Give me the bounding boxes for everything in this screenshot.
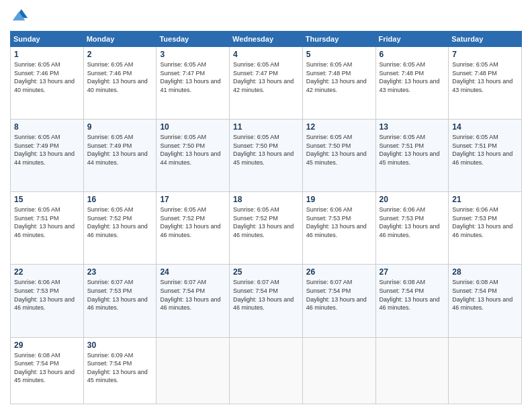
logo [10, 7, 32, 26]
calendar-cell: 18 Sunrise: 6:05 AM Sunset: 7:52 PM Dayl… [230, 192, 303, 265]
day-info: Sunrise: 6:05 AM Sunset: 7:48 PM Dayligh… [380, 60, 445, 94]
calendar-week-2: 8 Sunrise: 6:05 AM Sunset: 7:49 PM Dayli… [11, 120, 522, 192]
calendar-cell [375, 337, 449, 404]
day-info: Sunrise: 6:07 AM Sunset: 7:54 PM Dayligh… [306, 278, 372, 312]
day-info: Sunrise: 6:06 AM Sunset: 7:53 PM Dayligh… [380, 205, 445, 239]
day-number: 18 [233, 195, 299, 204]
day-number: 1 [14, 50, 80, 59]
day-number: 22 [14, 267, 80, 277]
day-info: Sunrise: 6:05 AM Sunset: 7:51 PM Dayligh… [14, 205, 80, 239]
calendar-cell: 20 Sunrise: 6:06 AM Sunset: 7:53 PM Dayl… [375, 192, 449, 265]
calendar-cell: 4 Sunrise: 6:05 AM Sunset: 7:47 PM Dayli… [230, 47, 303, 120]
day-number: 7 [452, 50, 518, 59]
day-info: Sunrise: 6:07 AM Sunset: 7:53 PM Dayligh… [87, 278, 153, 312]
day-number: 26 [306, 267, 372, 277]
day-info: Sunrise: 6:05 AM Sunset: 7:50 PM Dayligh… [160, 133, 226, 167]
col-header-friday: Friday [375, 32, 449, 47]
calendar-cell: 2 Sunrise: 6:05 AM Sunset: 7:46 PM Dayli… [83, 47, 157, 120]
calendar-cell: 25 Sunrise: 6:07 AM Sunset: 7:54 PM Dayl… [230, 265, 303, 337]
calendar-cell: 24 Sunrise: 6:07 AM Sunset: 7:54 PM Dayl… [157, 265, 230, 337]
day-info: Sunrise: 6:05 AM Sunset: 7:51 PM Dayligh… [452, 133, 518, 167]
calendar-week-4: 22 Sunrise: 6:06 AM Sunset: 7:53 PM Dayl… [11, 265, 522, 337]
page: SundayMondayTuesdayWednesdayThursdayFrid… [0, 0, 532, 411]
calendar-cell [230, 337, 303, 404]
calendar-cell [157, 337, 230, 404]
day-info: Sunrise: 6:05 AM Sunset: 7:51 PM Dayligh… [380, 133, 445, 167]
calendar-cell: 26 Sunrise: 6:07 AM Sunset: 7:54 PM Dayl… [302, 265, 375, 337]
calendar-cell [449, 337, 522, 404]
col-header-sunday: Sunday [11, 32, 84, 47]
calendar-cell: 5 Sunrise: 6:05 AM Sunset: 7:48 PM Dayli… [302, 47, 375, 120]
calendar-week-3: 15 Sunrise: 6:05 AM Sunset: 7:51 PM Dayl… [11, 192, 522, 265]
day-number: 21 [452, 195, 518, 204]
calendar-cell: 29 Sunrise: 6:08 AM Sunset: 7:54 PM Dayl… [11, 337, 84, 404]
calendar-cell: 23 Sunrise: 6:07 AM Sunset: 7:53 PM Dayl… [83, 265, 157, 337]
day-number: 5 [306, 50, 372, 59]
calendar-cell: 30 Sunrise: 6:09 AM Sunset: 7:54 PM Dayl… [83, 337, 157, 404]
calendar-cell: 22 Sunrise: 6:06 AM Sunset: 7:53 PM Dayl… [11, 265, 84, 337]
calendar-cell: 9 Sunrise: 6:05 AM Sunset: 7:49 PM Dayli… [83, 120, 157, 192]
day-info: Sunrise: 6:08 AM Sunset: 7:54 PM Dayligh… [452, 278, 518, 312]
calendar-table: SundayMondayTuesdayWednesdayThursdayFrid… [10, 31, 522, 404]
col-header-thursday: Thursday [302, 32, 375, 47]
day-number: 8 [14, 122, 80, 132]
day-number: 4 [233, 50, 299, 59]
day-info: Sunrise: 6:06 AM Sunset: 7:53 PM Dayligh… [14, 278, 80, 312]
day-info: Sunrise: 6:08 AM Sunset: 7:54 PM Dayligh… [380, 278, 445, 312]
calendar-cell: 15 Sunrise: 6:05 AM Sunset: 7:51 PM Dayl… [11, 192, 84, 265]
calendar-cell: 16 Sunrise: 6:05 AM Sunset: 7:52 PM Dayl… [83, 192, 157, 265]
calendar-cell: 11 Sunrise: 6:05 AM Sunset: 7:50 PM Dayl… [230, 120, 303, 192]
day-info: Sunrise: 6:05 AM Sunset: 7:48 PM Dayligh… [452, 60, 518, 94]
day-info: Sunrise: 6:05 AM Sunset: 7:48 PM Dayligh… [306, 60, 372, 94]
day-number: 25 [233, 267, 299, 277]
col-header-saturday: Saturday [449, 32, 522, 47]
day-number: 28 [452, 267, 518, 277]
day-number: 6 [380, 50, 445, 59]
day-number: 3 [160, 50, 226, 59]
calendar-cell: 19 Sunrise: 6:06 AM Sunset: 7:53 PM Dayl… [302, 192, 375, 265]
day-number: 13 [380, 122, 445, 132]
calendar-cell: 13 Sunrise: 6:05 AM Sunset: 7:51 PM Dayl… [375, 120, 449, 192]
col-header-wednesday: Wednesday [230, 32, 303, 47]
day-number: 15 [14, 195, 80, 204]
day-info: Sunrise: 6:05 AM Sunset: 7:50 PM Dayligh… [233, 133, 299, 167]
calendar-week-5: 29 Sunrise: 6:08 AM Sunset: 7:54 PM Dayl… [11, 337, 522, 404]
day-number: 24 [160, 267, 226, 277]
col-header-tuesday: Tuesday [157, 32, 230, 47]
day-number: 2 [87, 50, 153, 59]
day-info: Sunrise: 6:05 AM Sunset: 7:46 PM Dayligh… [87, 60, 153, 94]
calendar-cell: 1 Sunrise: 6:05 AM Sunset: 7:46 PM Dayli… [11, 47, 84, 120]
day-info: Sunrise: 6:05 AM Sunset: 7:49 PM Dayligh… [87, 133, 153, 167]
logo-icon [10, 7, 29, 26]
day-number: 30 [87, 340, 153, 350]
calendar-cell: 28 Sunrise: 6:08 AM Sunset: 7:54 PM Dayl… [449, 265, 522, 337]
calendar-cell: 12 Sunrise: 6:05 AM Sunset: 7:50 PM Dayl… [302, 120, 375, 192]
day-info: Sunrise: 6:05 AM Sunset: 7:49 PM Dayligh… [14, 133, 80, 167]
day-number: 11 [233, 122, 299, 132]
calendar-cell: 17 Sunrise: 6:05 AM Sunset: 7:52 PM Dayl… [157, 192, 230, 265]
day-info: Sunrise: 6:06 AM Sunset: 7:53 PM Dayligh… [452, 205, 518, 239]
day-number: 27 [380, 267, 445, 277]
calendar-cell: 21 Sunrise: 6:06 AM Sunset: 7:53 PM Dayl… [449, 192, 522, 265]
calendar-week-1: 1 Sunrise: 6:05 AM Sunset: 7:46 PM Dayli… [11, 47, 522, 120]
header [10, 7, 522, 26]
day-number: 20 [380, 195, 445, 204]
calendar-cell: 10 Sunrise: 6:05 AM Sunset: 7:50 PM Dayl… [157, 120, 230, 192]
day-number: 17 [160, 195, 226, 204]
col-header-monday: Monday [83, 32, 157, 47]
day-info: Sunrise: 6:05 AM Sunset: 7:46 PM Dayligh… [14, 60, 80, 94]
day-info: Sunrise: 6:05 AM Sunset: 7:50 PM Dayligh… [306, 133, 372, 167]
day-info: Sunrise: 6:05 AM Sunset: 7:52 PM Dayligh… [160, 205, 226, 239]
day-number: 16 [87, 195, 153, 204]
day-info: Sunrise: 6:08 AM Sunset: 7:54 PM Dayligh… [14, 351, 80, 385]
day-number: 14 [452, 122, 518, 132]
calendar-cell: 3 Sunrise: 6:05 AM Sunset: 7:47 PM Dayli… [157, 47, 230, 120]
day-info: Sunrise: 6:05 AM Sunset: 7:52 PM Dayligh… [87, 205, 153, 239]
calendar-cell: 7 Sunrise: 6:05 AM Sunset: 7:48 PM Dayli… [449, 47, 522, 120]
day-number: 23 [87, 267, 153, 277]
day-info: Sunrise: 6:05 AM Sunset: 7:52 PM Dayligh… [233, 205, 299, 239]
calendar-cell: 6 Sunrise: 6:05 AM Sunset: 7:48 PM Dayli… [375, 47, 449, 120]
day-info: Sunrise: 6:07 AM Sunset: 7:54 PM Dayligh… [233, 278, 299, 312]
calendar-cell: 27 Sunrise: 6:08 AM Sunset: 7:54 PM Dayl… [375, 265, 449, 337]
day-info: Sunrise: 6:05 AM Sunset: 7:47 PM Dayligh… [233, 60, 299, 94]
